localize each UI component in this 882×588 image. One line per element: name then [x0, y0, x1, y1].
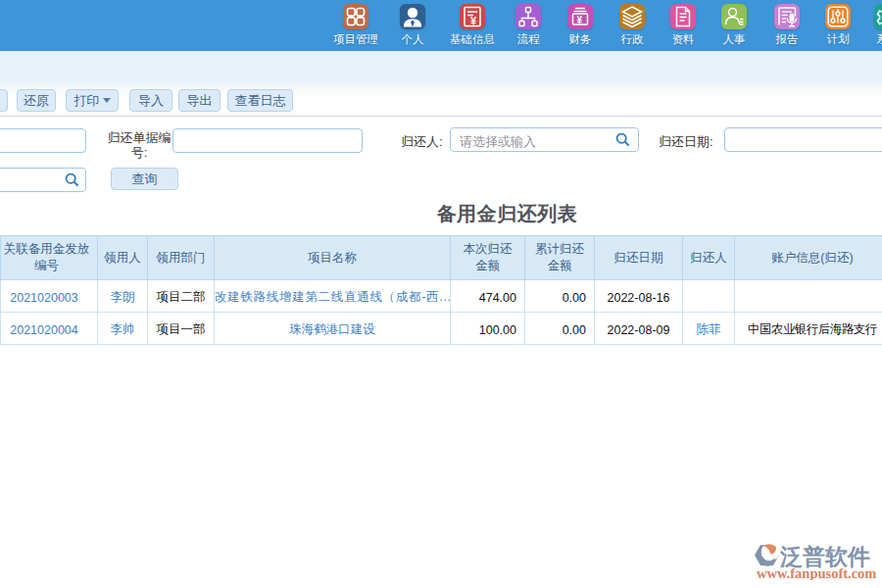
svg-text:www.fanpusoft.com: www.fanpusoft.com: [757, 565, 876, 581]
svg-text:¥: ¥: [577, 15, 583, 25]
svg-text:¥: ¥: [470, 15, 477, 26]
